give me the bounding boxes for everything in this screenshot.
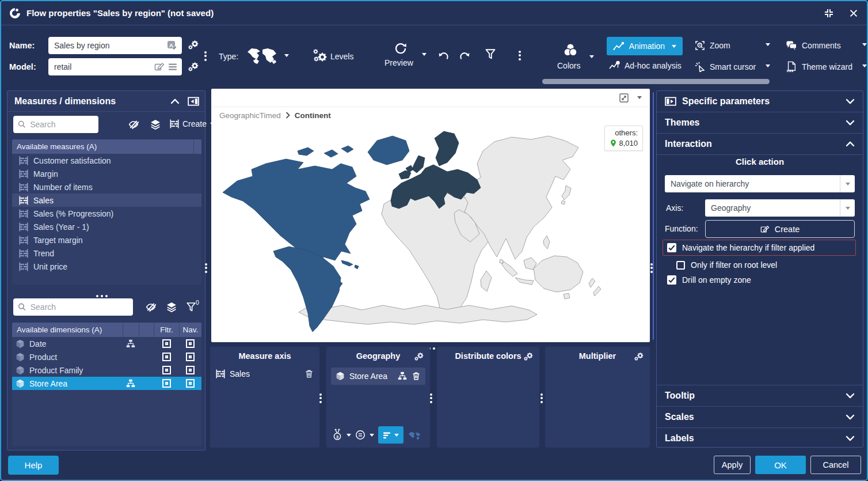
ranking-dropdown-arrow[interactable] [347,434,351,437]
zoom-button[interactable]: Zoom [695,40,730,51]
filter-checkbox[interactable] [162,339,171,348]
list-item-selected[interactable]: Sales [12,194,201,207]
filter-checkbox[interactable] [162,379,171,388]
preview-button[interactable]: Preview [384,58,413,67]
nav-checkbox[interactable] [186,379,195,388]
list-item[interactable]: Number of items [12,180,201,194]
close-icon[interactable] [848,8,859,18]
help-button[interactable]: Help [8,456,59,475]
edit-model-icon[interactable] [154,62,165,72]
collapse-window-icon[interactable] [823,7,835,19]
others-badge[interactable]: others: 8,010 [604,126,643,151]
hide-measures-icon[interactable] [128,119,139,130]
axis-settings-gear-icon[interactable] [634,351,644,362]
measures-search-input[interactable] [26,119,94,130]
theme-wizard-dropdown-arrow[interactable] [862,65,867,67]
toolbar-scrollbar[interactable] [542,79,770,84]
list-item[interactable]: Sales (Year - 1) [12,220,201,233]
section-themes[interactable]: Themes [657,112,863,134]
levels-gears-icon[interactable] [313,49,328,63]
checkbox-unchecked[interactable] [676,261,685,270]
name-input[interactable] [48,41,167,50]
list-item[interactable]: Sales (% Progression) [12,207,201,220]
filter-checkbox[interactable] [162,366,171,374]
trash-icon[interactable] [304,369,314,378]
theme-wizard-button[interactable]: css Theme wizard [786,61,852,73]
list-item[interactable]: Target margin [12,233,201,247]
colors-button[interactable]: Colors [557,61,580,70]
colors-icon[interactable] [562,43,579,58]
axis-splitter-handle[interactable] [319,392,322,404]
model-settings-gear-icon[interactable] [188,61,199,73]
section-tooltip[interactable]: Tooltip [657,385,863,406]
equalize-icon[interactable] [355,430,366,440]
hierarchy-icon[interactable] [126,379,135,388]
smart-cursor-dropdown-arrow[interactable] [766,65,770,67]
filter-checkbox[interactable] [162,353,171,361]
axis-settings-gear-icon[interactable] [414,351,424,362]
list-item[interactable]: Unit price [12,260,201,273]
cancel-button[interactable]: Cancel [810,456,861,474]
axis-settings-gear-icon[interactable] [523,351,534,362]
toolbar-drag-handle[interactable] [204,50,207,62]
sort-button[interactable] [378,426,403,444]
table-row-selected[interactable]: Store Area [12,377,201,390]
axis-item-store-area[interactable]: Store Area [331,368,425,385]
collapse-section-chevron-icon[interactable] [170,97,180,106]
smart-cursor-button[interactable]: Smart cursor [695,62,756,72]
option-drill-empty-zone[interactable]: Drill on empty zone [667,275,751,285]
dimensions-search-input[interactable] [26,302,128,312]
dimension-filter-icon[interactable] [186,302,196,312]
create-function-button[interactable]: Create [705,220,855,238]
undo-icon[interactable] [436,50,449,62]
equalize-dropdown-arrow[interactable] [370,434,374,437]
section-labels[interactable]: Labels [657,427,863,449]
hierarchy-icon[interactable] [398,372,407,381]
left-splitter-handle[interactable] [205,262,207,274]
nav-checkbox[interactable] [186,339,195,348]
animation-button[interactable]: Animation [607,37,683,55]
preview-options-arrow[interactable] [637,96,642,99]
collapse-panel-icon[interactable] [188,97,199,106]
nav-checkbox[interactable] [186,353,195,361]
axis-splitter-handle[interactable] [540,392,543,404]
translate-icon[interactable]: A [167,40,177,51]
trash-icon[interactable] [412,372,421,381]
comments-dropdown-arrow[interactable] [862,43,867,46]
model-menu-icon[interactable] [168,62,177,71]
right-splitter-handle[interactable] [650,262,653,274]
flow-type-world-icon[interactable] [246,46,277,66]
redo-icon[interactable] [459,50,472,62]
preview-dropdown-arrow[interactable] [422,53,427,56]
preview-refresh-icon[interactable] [393,41,407,55]
section-interaction[interactable]: Interaction [657,134,863,155]
axis-splitter-handle[interactable] [430,392,432,404]
levels-button[interactable]: Levels [330,52,353,61]
table-row[interactable]: Date [12,337,201,350]
section-specific-parameters[interactable]: Specific parameters [657,91,863,112]
apply-button[interactable]: Apply [714,456,751,474]
type-dropdown-arrow[interactable] [284,54,289,57]
list-item[interactable]: Margin [12,167,201,180]
axis-item-sales[interactable]: Sales [210,365,319,382]
axis-select[interactable]: Geography [705,199,855,217]
table-row[interactable]: Product Family [12,363,201,377]
colors-dropdown-arrow[interactable] [589,55,594,58]
layers-icon[interactable] [166,302,177,312]
nav-checkbox[interactable] [186,366,195,374]
right-splitter-bar[interactable] [653,92,654,340]
list-item[interactable]: Customer satisfaction [12,154,201,167]
click-action-select[interactable]: Navigate on hierarchy [665,175,855,192]
table-row[interactable]: Product [12,350,201,363]
layers-icon[interactable] [150,119,161,130]
list-item[interactable]: Trend [12,247,201,260]
section-scales[interactable]: Scales [657,406,863,427]
hide-dimensions-icon[interactable] [146,302,156,312]
zoom-dropdown-arrow[interactable] [766,43,770,46]
expand-preview-icon[interactable] [619,93,629,103]
ranking-medal-icon[interactable]: 3 [332,429,342,441]
panel-splitter-handle[interactable] [95,290,109,299]
checkbox-checked[interactable] [667,275,676,285]
option-navigate-hierarchy[interactable]: Navigate the hierarchy if filter applied [667,243,814,252]
breadcrumb-root[interactable]: GeographicTimed [219,111,281,120]
